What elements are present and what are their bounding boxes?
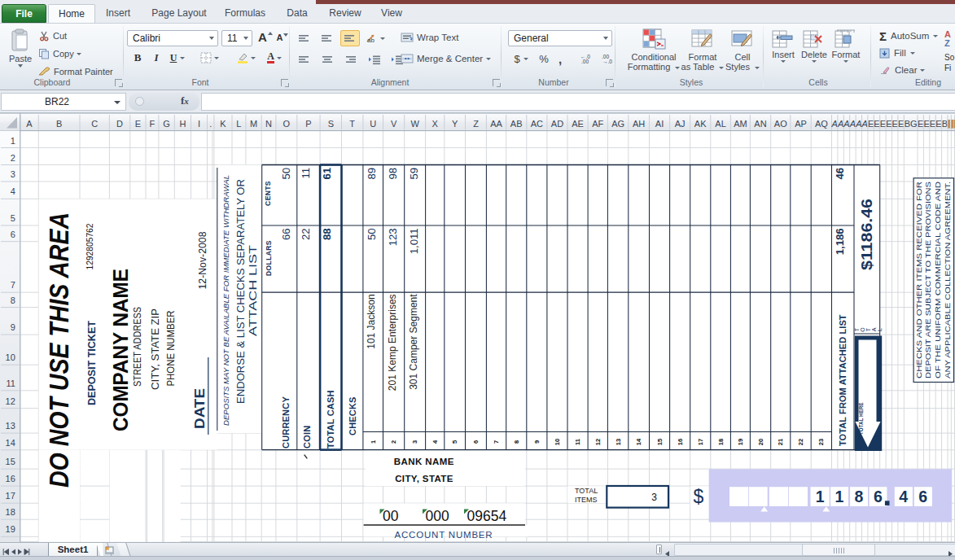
- svg-text:ITEMS: ITEMS: [575, 496, 598, 504]
- svg-text:E: E: [892, 119, 898, 129]
- svg-text:17: 17: [697, 439, 704, 445]
- svg-text:ACCOUNT NUMBER: ACCOUNT NUMBER: [395, 530, 493, 540]
- svg-text:PHONE NUMBER: PHONE NUMBER: [164, 311, 177, 387]
- svg-text:L: L: [236, 119, 241, 129]
- svg-text:12: 12: [6, 396, 15, 406]
- svg-text:E: E: [898, 119, 904, 129]
- svg-text:BG: BG: [905, 119, 918, 129]
- svg-text:E: E: [935, 119, 941, 129]
- svg-text:AL: AL: [715, 119, 725, 129]
- svg-text:13: 13: [6, 421, 15, 431]
- svg-text:A: A: [849, 119, 856, 129]
- svg-text:1,011: 1,011: [408, 228, 420, 254]
- svg-text:K: K: [220, 119, 226, 129]
- svg-text:AJ: AJ: [675, 119, 686, 129]
- svg-text:E: E: [918, 119, 923, 129]
- svg-text:W: W: [410, 119, 419, 129]
- svg-text:M: M: [250, 119, 257, 129]
- svg-text:TOTAL HERE: TOTAL HERE: [858, 402, 864, 435]
- svg-text:DEPOSITS MAY NOT BE AVAILABLE: DEPOSITS MAY NOT BE AVAILABLE FOR IMMEDI…: [222, 175, 230, 426]
- svg-text:E: E: [923, 119, 929, 129]
- svg-text:6: 6: [11, 230, 15, 239]
- svg-text:7: 7: [11, 280, 15, 290]
- svg-text:AN: AN: [754, 119, 766, 129]
- svg-text:$1186.46: $1186.46: [858, 199, 875, 270]
- svg-text:ab: ab: [367, 37, 375, 44]
- svg-text:301 Camper Segment: 301 Camper Segment: [408, 294, 419, 390]
- svg-text:8: 8: [11, 295, 15, 305]
- svg-text:14: 14: [6, 438, 15, 448]
- svg-text:11: 11: [574, 439, 581, 445]
- svg-text:123: 123: [387, 228, 399, 246]
- svg-text:13: 13: [615, 439, 622, 445]
- svg-text:AB: AB: [510, 119, 523, 129]
- svg-text:A: A: [837, 119, 843, 129]
- svg-text:A: A: [861, 119, 868, 129]
- svg-text:59: 59: [408, 168, 420, 180]
- svg-text:A: A: [843, 119, 849, 129]
- svg-text:COIN: COIN: [302, 426, 312, 448]
- svg-text:6: 6: [874, 488, 883, 505]
- svg-text:98: 98: [387, 168, 399, 180]
- svg-text:ATTACH LIST: ATTACH LIST: [248, 244, 259, 336]
- svg-text:AM: AM: [734, 119, 747, 129]
- svg-text:CITY, STATE: CITY, STATE: [395, 474, 453, 483]
- svg-text:DATE: DATE: [193, 388, 207, 429]
- svg-text:2: 2: [390, 440, 397, 444]
- svg-text:14: 14: [635, 438, 642, 445]
- svg-text:E: E: [880, 119, 886, 129]
- svg-text:8: 8: [513, 440, 520, 444]
- svg-text:BANK NAME: BANK NAME: [394, 457, 454, 466]
- svg-text:$: $: [694, 486, 704, 507]
- svg-text:7: 7: [493, 440, 500, 444]
- svg-text:DEPOSIT TICKET: DEPOSIT TICKET: [86, 320, 98, 405]
- svg-text:TOTAL CASH: TOTAL CASH: [326, 390, 335, 448]
- svg-text:OF THE UNIFORM COMMERCIAL CODE: OF THE UNIFORM COMMERCIAL CODE AND: [934, 182, 942, 378]
- svg-text:6: 6: [472, 440, 480, 444]
- svg-text:ENDORSE & LIST CHECKS SEPARATE: ENDORSE & LIST CHECKS SEPARATELY OR: [235, 179, 247, 404]
- svg-text:4: 4: [899, 488, 908, 505]
- svg-text:11: 11: [6, 378, 15, 388]
- svg-text:10: 10: [554, 439, 561, 445]
- svg-text:AD: AD: [551, 119, 563, 129]
- svg-text:E: E: [930, 119, 935, 129]
- svg-text:CHECKS AND OTHER ITEMS RECEIVE: CHECKS AND OTHER ITEMS RECEIVED FOR: [915, 182, 923, 378]
- svg-text:Y: Y: [452, 119, 458, 129]
- svg-text:DOLLARS: DOLLARS: [265, 240, 273, 276]
- svg-text:X: X: [432, 119, 439, 129]
- svg-text:TOTAL FROM ATTACHED LIST: TOTAL FROM ATTACHED LIST: [838, 314, 848, 446]
- svg-text:5: 5: [11, 213, 15, 223]
- svg-text:CHECKS: CHECKS: [348, 396, 357, 435]
- svg-text:201 Kemp Enterprises: 201 Kemp Enterprises: [387, 294, 398, 391]
- svg-text:S: S: [328, 119, 334, 129]
- svg-text:V: V: [391, 119, 397, 129]
- svg-text:E: E: [886, 119, 891, 129]
- svg-text:5: 5: [451, 440, 458, 444]
- svg-text:P: P: [305, 119, 311, 129]
- svg-text:8: 8: [855, 488, 864, 505]
- svg-text:AK: AK: [694, 119, 707, 129]
- svg-text:88: 88: [321, 228, 333, 240]
- svg-text:DO NOT USE THIS AREA: DO NOT USE THIS AREA: [43, 212, 74, 488]
- svg-text:CURRENCY: CURRENCY: [281, 396, 291, 448]
- svg-text:23: 23: [817, 439, 825, 445]
- svg-text:DEPOSIT ARE SUBJECT TO THE PRO: DEPOSIT ARE SUBJECT TO THE PROVISIONS: [924, 182, 932, 378]
- svg-text:C: C: [91, 119, 98, 129]
- svg-text:1: 1: [11, 136, 15, 146]
- svg-text:12-Nov-2008: 12-Nov-2008: [197, 231, 208, 289]
- svg-text:16: 16: [6, 474, 15, 483]
- svg-text:000: 000: [426, 508, 449, 524]
- svg-text:B: B: [56, 119, 62, 129]
- svg-text:3: 3: [11, 169, 15, 179]
- svg-text:22: 22: [797, 439, 804, 445]
- svg-text:.: .: [209, 119, 212, 129]
- svg-text:A: A: [855, 119, 861, 129]
- svg-text:20: 20: [757, 439, 764, 445]
- svg-text:AH: AH: [633, 119, 645, 129]
- svg-text:4: 4: [11, 186, 15, 196]
- svg-text:1,186: 1,186: [834, 228, 846, 255]
- svg-text:9: 9: [11, 322, 15, 332]
- svg-text:15: 15: [6, 457, 15, 466]
- svg-text:TOTAL: TOTAL: [575, 487, 598, 495]
- svg-text:O: O: [283, 119, 291, 129]
